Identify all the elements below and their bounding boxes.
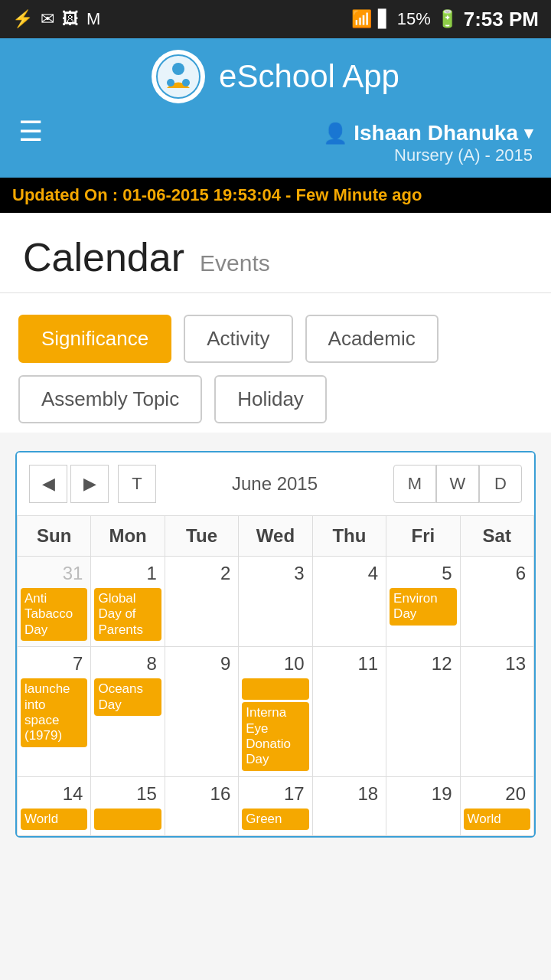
day-number: 8 (94, 650, 161, 676)
col-fri: Fri (386, 516, 460, 557)
svg-point-2 (167, 79, 174, 87)
gmail-icon: M (86, 9, 100, 29)
cal-cell-18[interactable]: 18 (312, 776, 386, 835)
cal-nav-left: ◀ ▶ T (29, 465, 156, 503)
table-row: 7 launche into space (1979) 8 Oceans Day… (18, 647, 534, 777)
app-logo (152, 50, 205, 103)
cal-cell-6[interactable]: 6 (460, 557, 533, 647)
day-number: 31 (21, 560, 87, 586)
day-number: 4 (316, 560, 383, 586)
filter-btn-assembly[interactable]: Assembly Topic (18, 375, 202, 423)
cal-event: Interna Eye Donatio Day (242, 702, 308, 771)
col-sat: Sat (460, 516, 533, 557)
day-number: 2 (168, 560, 235, 586)
calendar-wrapper: ◀ ▶ T June 2015 M W D Sun Mon Tue (15, 451, 536, 838)
cal-month-label: June 2015 (156, 473, 393, 495)
cal-cell-11[interactable]: 11 (312, 647, 386, 777)
cal-cell-16[interactable]: 16 (165, 776, 238, 835)
day-number: 16 (168, 780, 235, 806)
day-number: 13 (464, 650, 530, 676)
page-subtitle: Events (200, 250, 270, 276)
cal-today-button[interactable]: T (118, 465, 156, 503)
day-number: 9 (168, 650, 235, 676)
filter-btn-academic[interactable]: Academic (305, 315, 439, 363)
col-wed: Wed (239, 516, 312, 557)
cal-event: launche into space (1979) (21, 678, 87, 747)
day-number: 19 (390, 780, 456, 806)
cal-event: World (464, 808, 530, 830)
user-name-text: Ishaan Dhanuka (354, 121, 518, 145)
user-bar: ☰ 👤 Ishaan Dhanuka ▾ Nursery (A) - 2015 (0, 115, 551, 178)
app-header: eSchool App (0, 38, 551, 115)
update-bar: Updated On : 01-06-2015 19:53:04 - Few M… (0, 178, 551, 213)
user-dropdown-icon[interactable]: ▾ (524, 123, 533, 143)
filter-btn-holiday[interactable]: Holiday (214, 375, 327, 423)
status-right-icons: 📶 ▋ 15% 🔋 7:53 PM (351, 8, 539, 31)
page-title: Calendar (23, 234, 184, 280)
table-row: 31 Anti Tabacco Day 1 Global Day of Pare… (18, 557, 534, 647)
cal-cell-13[interactable]: 13 (460, 647, 533, 777)
cal-cell-12[interactable]: 12 (386, 647, 460, 777)
day-number: 20 (464, 780, 530, 806)
status-left-icons: ⚡ ✉ 🖼 M (12, 9, 100, 29)
svg-point-3 (182, 79, 190, 87)
filter-btn-significance[interactable]: Significance (18, 315, 171, 363)
usb-icon: ⚡ (12, 9, 33, 29)
cal-cell-4[interactable]: 4 (312, 557, 386, 647)
day-number: 11 (316, 650, 383, 676)
cal-cell-3[interactable]: 3 (239, 557, 312, 647)
svg-point-1 (172, 63, 184, 75)
battery-percent: 15% (397, 9, 431, 29)
hamburger-menu[interactable]: ☰ (18, 116, 43, 148)
cal-cell-10[interactable]: 10 Interna Eye Donatio Day (239, 647, 312, 777)
user-info: 👤 Ishaan Dhanuka ▾ Nursery (A) - 2015 (323, 121, 533, 165)
cal-cell-5[interactable]: 5 Environ Day (386, 557, 460, 647)
day-number: 1 (94, 560, 161, 586)
cal-cell-20[interactable]: 20 World (460, 776, 533, 835)
cal-cell-19[interactable]: 19 (386, 776, 460, 835)
day-number: 14 (21, 780, 87, 806)
user-avatar-icon: 👤 (323, 122, 347, 145)
filter-row: Significance Activity Academic Assembly … (0, 293, 551, 433)
calendar-grid: Sun Mon Tue Wed Thu Fri Sat 31 Anti Taba… (17, 515, 534, 836)
col-tue: Tue (165, 516, 238, 557)
cal-event: Global Day of Parents (94, 588, 161, 641)
status-bar: ⚡ ✉ 🖼 M 📶 ▋ 15% 🔋 7:53 PM (0, 0, 551, 38)
col-mon: Mon (91, 516, 165, 557)
cal-cell-17[interactable]: 17 Green (239, 776, 312, 835)
cal-cell-31-may[interactable]: 31 Anti Tabacco Day (18, 557, 91, 647)
cal-cell-8[interactable]: 8 Oceans Day (91, 647, 165, 777)
day-number: 15 (94, 780, 161, 806)
image-icon: 🖼 (62, 9, 79, 29)
cal-cell-14[interactable]: 14 World (18, 776, 91, 835)
cal-view-buttons: M W D (393, 465, 522, 503)
table-row: 14 World 15 16 17 Green 18 19 (18, 776, 534, 835)
col-thu: Thu (312, 516, 386, 557)
cal-cell-9[interactable]: 9 (165, 647, 238, 777)
cal-next-button[interactable]: ▶ (70, 465, 109, 503)
filter-btn-activity[interactable]: Activity (184, 315, 292, 363)
cal-event-placeholder (242, 678, 308, 700)
user-name-row: 👤 Ishaan Dhanuka ▾ (323, 121, 533, 145)
wifi-icon: 📶 (351, 9, 372, 29)
cal-week-view-button[interactable]: W (436, 465, 479, 503)
cal-cell-15[interactable]: 15 (91, 776, 165, 835)
calendar-header-row: Sun Mon Tue Wed Thu Fri Sat (18, 516, 534, 557)
cal-prev-button[interactable]: ◀ (29, 465, 67, 503)
day-number: 10 (242, 650, 308, 676)
cal-cell-7[interactable]: 7 launche into space (1979) (18, 647, 91, 777)
signal-icon: ▋ (378, 9, 391, 29)
app-title: eSchool App (219, 58, 399, 95)
cal-month-view-button[interactable]: M (393, 465, 436, 503)
cal-event: Anti Tabacco Day (21, 588, 87, 641)
cal-event: Environ Day (390, 588, 456, 626)
cal-day-view-button[interactable]: D (479, 465, 522, 503)
day-number: 12 (390, 650, 456, 676)
svg-point-0 (157, 55, 200, 98)
status-time: 7:53 PM (464, 8, 539, 31)
cal-cell-2[interactable]: 2 (165, 557, 238, 647)
calendar-nav: ◀ ▶ T June 2015 M W D (17, 452, 534, 515)
cal-cell-1[interactable]: 1 Global Day of Parents (91, 557, 165, 647)
day-number: 18 (316, 780, 383, 806)
user-class-text: Nursery (A) - 2015 (323, 145, 533, 165)
